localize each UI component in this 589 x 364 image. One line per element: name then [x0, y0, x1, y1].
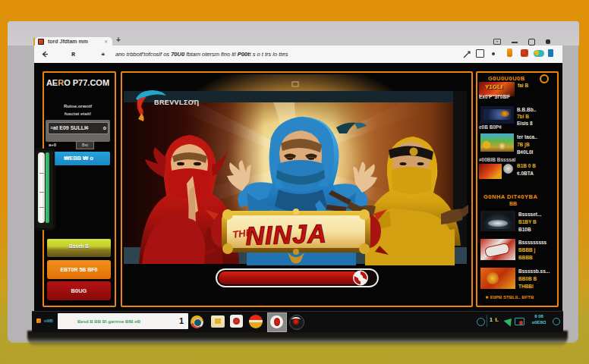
- svg-text:NINJA: NINJA: [245, 218, 327, 250]
- svg-text:BREVVLƩƠȠ: BREVVLƩƠȠ: [154, 99, 200, 106]
